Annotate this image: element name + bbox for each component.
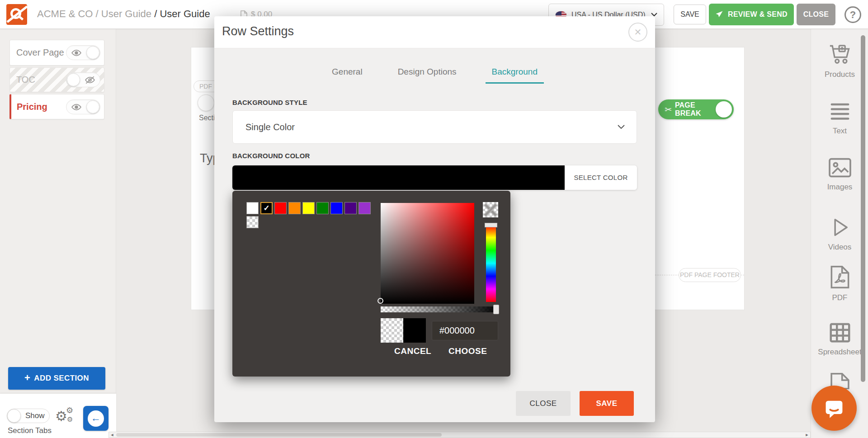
scroll-left-arrow[interactable]: ◄ xyxy=(109,433,115,437)
swatch-orange[interactable] xyxy=(288,202,301,214)
gradient-cursor[interactable] xyxy=(377,298,383,304)
modal-title: Row Settings xyxy=(222,24,294,38)
color-preview xyxy=(381,318,426,343)
scroll-right-arrow[interactable]: ► xyxy=(804,433,810,437)
swatch-black-selected[interactable]: ✓ xyxy=(260,202,273,214)
rail-item-pdf[interactable]: PDF xyxy=(811,264,868,302)
background-color-label: BACKGROUND COLOR xyxy=(232,152,310,160)
visibility-toggle[interactable] xyxy=(66,45,100,60)
document-page-right: ✂ PAGE BREAK PDF PAGE FOOTER xyxy=(655,47,745,310)
preview-transparent-half xyxy=(381,318,403,343)
close-editor-button[interactable]: CLOSE xyxy=(797,4,835,25)
sections-sidebar: Cover Page TOC Pricing + ADD SECTION xyxy=(0,29,116,438)
rail-item-images[interactable]: Images xyxy=(811,156,868,192)
chat-launcher-button[interactable] xyxy=(811,386,857,431)
hue-slider[interactable] xyxy=(486,225,496,302)
swatch-grid: ✓ xyxy=(246,202,375,228)
document-page-left: PDF PAGE HEADER Secti Typ xyxy=(191,47,215,310)
eye-icon xyxy=(71,48,81,57)
rail-item-products[interactable]: Products xyxy=(811,41,868,79)
eye-icon xyxy=(71,103,81,112)
breadcrumb-parent[interactable]: ACME & CO / User Guide xyxy=(37,8,151,19)
add-section-button[interactable]: + ADD SECTION xyxy=(8,367,105,390)
modal-close-icon[interactable]: ✕ xyxy=(628,23,647,42)
swatch-red[interactable] xyxy=(274,202,287,214)
visibility-toggle[interactable] xyxy=(66,72,100,87)
toggle-knob[interactable] xyxy=(86,100,99,113)
pdf-file-icon xyxy=(828,264,852,290)
check-icon: ✓ xyxy=(263,204,269,212)
toggle-knob[interactable] xyxy=(86,46,99,59)
swatch-blue[interactable] xyxy=(330,202,343,214)
visibility-toggle[interactable] xyxy=(66,99,100,114)
tab-background[interactable]: Background xyxy=(486,67,544,84)
swatch-green[interactable] xyxy=(316,202,329,214)
sidebar-item-toc[interactable]: TOC xyxy=(9,67,104,92)
alpha-slider-handle[interactable] xyxy=(493,305,499,314)
show-label: Show xyxy=(25,411,45,420)
breadcrumb-current: / User Guide xyxy=(151,8,210,19)
picker-cancel-button[interactable]: CANCEL xyxy=(394,346,431,356)
save-button[interactable]: SAVE xyxy=(674,5,706,24)
background-style-select[interactable]: Single Color xyxy=(232,110,637,144)
swatch-transparent[interactable] xyxy=(246,216,259,228)
sidebar-item-pricing[interactable]: Pricing xyxy=(9,94,104,119)
current-color-bar[interactable] xyxy=(232,165,565,190)
swatch-white[interactable] xyxy=(246,202,259,214)
modal-save-button[interactable]: SAVE xyxy=(580,391,634,416)
toggle-knob[interactable] xyxy=(7,409,21,423)
breadcrumb[interactable]: ACME & CO / User Guide / User Guide xyxy=(37,8,210,20)
preview-color-half xyxy=(403,318,426,343)
pdf-page-footer-pill[interactable]: PDF PAGE FOOTER xyxy=(679,268,741,282)
section-tabs-label: Section Tabs xyxy=(8,426,52,435)
vertical-scrollbar[interactable] xyxy=(861,29,865,432)
proposal-editor-app: PDF PAGE HEADER Secti Typ ✂ PAGE BREAK P… xyxy=(0,0,868,438)
tab-design-options[interactable]: Design Options xyxy=(392,67,463,84)
scissors-icon: ✂ xyxy=(665,104,672,115)
rail-item-spreadsheet[interactable]: Spreadsheet xyxy=(811,321,868,357)
section-label: Cover Page xyxy=(16,47,66,58)
horizontal-scrollbar[interactable]: ◄ ► xyxy=(108,432,811,438)
saturation-value-gradient[interactable] xyxy=(381,203,474,304)
alpha-slider[interactable] xyxy=(381,306,499,312)
clear-color-button[interactable] xyxy=(483,202,498,217)
content-rail: Products Text Images Videos PDF Spreadsh… xyxy=(811,29,868,438)
app-logo-icon[interactable] xyxy=(6,4,27,25)
tab-general[interactable]: General xyxy=(326,67,369,84)
help-button[interactable]: ? xyxy=(844,6,861,23)
modal-close-button[interactable]: CLOSE xyxy=(516,391,571,416)
arrow-left-icon: ← xyxy=(88,410,104,427)
swatch-violet[interactable] xyxy=(359,202,371,214)
show-section-tabs-toggle[interactable]: Show xyxy=(7,409,50,423)
collapse-sidebar-button[interactable]: ← xyxy=(83,406,108,431)
plus-icon: + xyxy=(24,372,30,384)
cart-plus-icon xyxy=(827,41,853,66)
sidebar-item-cover-page[interactable]: Cover Page xyxy=(9,40,104,66)
background-style-value: Single Color xyxy=(245,122,295,132)
background-color-row[interactable]: SELECT COLOR xyxy=(232,165,637,190)
rail-item-videos[interactable]: Videos xyxy=(811,216,868,252)
select-color-button[interactable]: SELECT COLOR xyxy=(565,165,637,190)
picker-choose-button[interactable]: CHOOSE xyxy=(448,346,487,356)
hex-color-input[interactable] xyxy=(432,321,498,340)
page-break-knob[interactable] xyxy=(716,101,732,118)
text-lines-icon xyxy=(827,100,853,123)
paper-plane-icon xyxy=(715,10,723,19)
play-icon xyxy=(828,216,852,239)
row-settings-modal: Row Settings ✕ General Design Options Ba… xyxy=(214,16,655,422)
page-break-toggle[interactable]: ✂ PAGE BREAK xyxy=(658,99,734,119)
toggle-knob[interactable] xyxy=(67,73,80,86)
background-style-label: BACKGROUND STYLE xyxy=(232,99,307,106)
review-send-button[interactable]: REVIEW & SEND xyxy=(709,4,794,25)
chat-icon xyxy=(822,396,846,420)
horizontal-scrollbar-thumb[interactable] xyxy=(116,433,442,437)
chevron-down-icon xyxy=(618,125,625,129)
section-toggle-knob[interactable] xyxy=(198,94,214,111)
swatch-indigo[interactable] xyxy=(344,202,357,214)
rail-item-text[interactable]: Text xyxy=(811,100,868,136)
vertical-scrollbar-thumb[interactable] xyxy=(861,35,865,382)
hue-slider-handle[interactable] xyxy=(485,223,497,227)
swatch-yellow[interactable] xyxy=(302,202,315,214)
image-icon xyxy=(827,156,853,179)
settings-gears-icon[interactable]: ⚙⚙⚙ xyxy=(55,405,76,426)
